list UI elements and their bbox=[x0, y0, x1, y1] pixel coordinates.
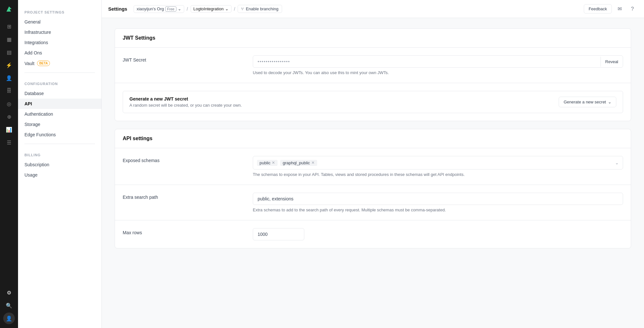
project-chevron-icon: ⌄ bbox=[225, 6, 229, 11]
schema-select-dropdown[interactable]: public ✕ graphql_public ✕ ⌄ bbox=[253, 156, 623, 169]
remove-graphql-public-schema[interactable]: ✕ bbox=[311, 160, 315, 165]
sidebar-divider-2 bbox=[24, 144, 95, 144]
nav-reports-icon[interactable]: 📊 bbox=[3, 124, 15, 135]
configuration-section-title: CONFIGURATION bbox=[18, 77, 101, 88]
sidebar-item-integrations[interactable]: Integrations bbox=[18, 37, 101, 48]
sidebar-item-infrastructure[interactable]: Infrastructure bbox=[18, 27, 101, 37]
jwt-secret-row: JWT Secret Reveal Used to decode your JW… bbox=[115, 48, 631, 83]
sidebar-item-storage[interactable]: Storage bbox=[18, 119, 101, 130]
org-name: xiaoyijun's Org bbox=[137, 6, 164, 11]
sidebar-item-general[interactable]: General bbox=[18, 17, 101, 27]
sidebar-item-addons[interactable]: Add Ons bbox=[18, 48, 101, 58]
extra-search-path-help: Extra schemas to add to the search path … bbox=[253, 207, 623, 212]
max-rows-label: Max rows bbox=[123, 228, 245, 235]
enable-branching-button[interactable]: ⑂ Enable branching bbox=[238, 5, 282, 13]
sidebar-item-vault[interactable]: Vault BETA bbox=[18, 58, 101, 69]
remove-public-schema[interactable]: ✕ bbox=[272, 160, 275, 165]
generate-chevron-icon: ⌄ bbox=[608, 100, 611, 104]
project-selector[interactable]: LogtoIntegration ⌄ bbox=[191, 5, 232, 13]
nav-storage-icon[interactable]: 🗄 bbox=[3, 85, 15, 97]
generate-new-secret-button[interactable]: Generate a new secret ⌄ bbox=[559, 97, 616, 107]
org-selector[interactable]: xiaoyijun's Org Free ⌄ bbox=[134, 5, 184, 13]
billing-section-title: BILLING bbox=[18, 148, 101, 159]
breadcrumb-org: xiaoyijun's Org Free ⌄ bbox=[134, 5, 184, 13]
generate-box-desc: A random secret will be created, or you … bbox=[129, 103, 242, 108]
sidebar-item-subscription[interactable]: Subscription bbox=[18, 159, 101, 170]
nav-logs-icon[interactable]: ☰ bbox=[3, 137, 15, 148]
org-chevron-icon: ⌄ bbox=[178, 6, 181, 11]
generate-label: Generate a new secret bbox=[564, 100, 606, 104]
feedback-button[interactable]: Feedback bbox=[584, 4, 612, 14]
nav-settings-icon[interactable]: ⚙ bbox=[3, 287, 15, 298]
schemas-help: The schemas to expose in your API. Table… bbox=[253, 172, 623, 177]
sidebar: PROJECT SETTINGS General Infrastructure … bbox=[18, 0, 102, 328]
org-plan-badge: Free bbox=[165, 6, 176, 12]
vault-beta-badge: BETA bbox=[37, 61, 50, 66]
help-icon-button[interactable]: ? bbox=[627, 4, 638, 14]
icon-rail: ⊞ ▦ ▤ ⚡ 👤 🗄 ◎ ⊕ 📊 ☰ ⚙ 🔍 👤 bbox=[0, 0, 18, 328]
breadcrumb-sep-2: / bbox=[234, 6, 235, 12]
max-rows-input[interactable] bbox=[253, 228, 304, 240]
api-settings-card: API settings Exposed schemas public ✕ gr… bbox=[115, 129, 631, 248]
jwt-settings-card: JWT Settings JWT Secret Reveal Used to d… bbox=[115, 28, 631, 121]
branch-icon: ⑂ bbox=[241, 6, 244, 11]
sidebar-item-edge-functions[interactable]: Edge Functions bbox=[18, 130, 101, 140]
jwt-settings-title: JWT Settings bbox=[115, 29, 631, 48]
jwt-secret-label: JWT Secret bbox=[123, 55, 245, 63]
extra-search-path-label: Extra search path bbox=[123, 193, 245, 200]
jwt-secret-content: Reveal Used to decode your JWTs. You can… bbox=[253, 55, 623, 75]
nav-profile-icon[interactable]: 👤 bbox=[3, 313, 15, 324]
api-settings-title: API settings bbox=[115, 129, 631, 148]
nav-auth-icon[interactable]: 👤 bbox=[3, 72, 15, 84]
sidebar-item-api[interactable]: API bbox=[18, 99, 101, 109]
nav-search-icon[interactable]: 🔍 bbox=[3, 300, 15, 311]
app-logo[interactable] bbox=[4, 4, 14, 14]
project-name: LogtoIntegration bbox=[194, 6, 224, 11]
page-title: Settings bbox=[108, 6, 127, 12]
nav-table-icon[interactable]: ▦ bbox=[3, 34, 15, 45]
nav-functions-icon[interactable]: ⚡ bbox=[3, 59, 15, 71]
topnav: Settings xiaoyijun's Org Free ⌄ / LogtoI… bbox=[102, 0, 644, 18]
generate-secret-box: Generate a new JWT secret A random secre… bbox=[123, 91, 623, 113]
extra-search-path-content: Extra schemas to add to the search path … bbox=[253, 193, 623, 212]
max-rows-row: Max rows bbox=[115, 220, 631, 248]
breadcrumb-sep-1: / bbox=[187, 6, 188, 12]
sidebar-item-database[interactable]: Database bbox=[18, 88, 101, 99]
schema-tag-graphql-public: graphql_public ✕ bbox=[280, 160, 317, 166]
extra-search-path-input[interactable] bbox=[253, 193, 623, 205]
sidebar-divider-1 bbox=[24, 72, 95, 73]
sidebar-item-usage[interactable]: Usage bbox=[18, 170, 101, 180]
jwt-secret-help: Used to decode your JWTs. You can also u… bbox=[253, 70, 623, 75]
nav-api-icon[interactable]: ⊕ bbox=[3, 111, 15, 122]
reveal-button[interactable]: Reveal bbox=[601, 57, 623, 67]
schema-tag-public: public ✕ bbox=[257, 160, 278, 166]
schema-select-arrow-icon: ⌄ bbox=[615, 160, 619, 165]
exposed-schemas-content: public ✕ graphql_public ✕ ⌄ The schemas … bbox=[253, 156, 623, 177]
jwt-secret-input[interactable] bbox=[253, 56, 601, 67]
generate-secret-row: Generate a new JWT secret A random secre… bbox=[115, 83, 631, 121]
branch-label: Enable branching bbox=[246, 6, 278, 11]
nav-realtime-icon[interactable]: ◎ bbox=[3, 98, 15, 110]
generate-box-text: Generate a new JWT secret A random secre… bbox=[129, 96, 242, 108]
email-icon-button[interactable]: ✉ bbox=[614, 4, 625, 14]
max-rows-content bbox=[253, 228, 623, 240]
exposed-schemas-row: Exposed schemas public ✕ graphql_public … bbox=[115, 148, 631, 185]
project-settings-section-title: PROJECT SETTINGS bbox=[18, 5, 101, 17]
sidebar-item-authentication[interactable]: Authentication bbox=[18, 109, 101, 119]
exposed-schemas-label: Exposed schemas bbox=[123, 156, 245, 163]
main-wrapper: Settings xiaoyijun's Org Free ⌄ / LogtoI… bbox=[102, 0, 644, 328]
generate-box-title: Generate a new JWT secret bbox=[129, 96, 242, 101]
nav-editor-icon[interactable]: ▤ bbox=[3, 46, 15, 58]
main-content: JWT Settings JWT Secret Reveal Used to d… bbox=[102, 18, 644, 328]
extra-search-path-row: Extra search path Extra schemas to add t… bbox=[115, 185, 631, 220]
jwt-secret-input-row: Reveal bbox=[253, 55, 623, 68]
nav-home-icon[interactable]: ⊞ bbox=[3, 21, 15, 32]
